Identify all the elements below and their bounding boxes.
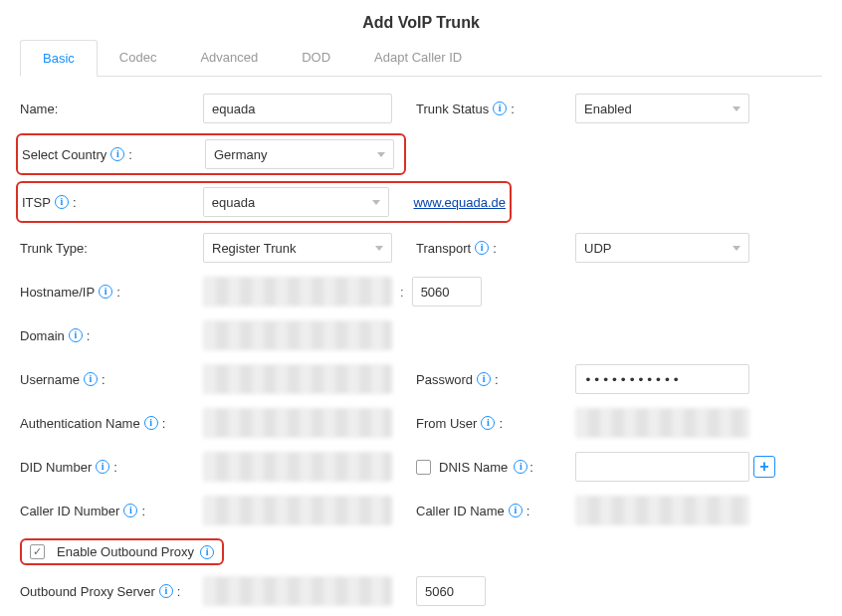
name-label: Name: [20, 102, 58, 116]
port-separator: : [400, 285, 404, 300]
tab-advanced[interactable]: Advanced [178, 40, 280, 76]
trunk-type-select[interactable]: Register Trunk [203, 233, 392, 263]
from-user-label: From User [416, 416, 477, 431]
password-label: Password [416, 372, 473, 387]
caller-id-num-label: Caller ID Number [20, 504, 119, 518]
info-icon[interactable] [159, 584, 173, 598]
info-icon[interactable] [123, 504, 137, 517]
tab-dod[interactable]: DOD [280, 40, 352, 76]
dnis-checkbox[interactable] [416, 460, 431, 475]
transport-label: Transport [416, 241, 471, 256]
info-icon[interactable] [84, 372, 98, 386]
trunk-type-value: Register Trunk [212, 241, 297, 256]
username-input[interactable] [203, 364, 392, 394]
did-input[interactable] [203, 452, 392, 482]
chevron-down-icon [377, 152, 385, 157]
itsp-value: equada [212, 195, 255, 210]
hostname-label: Hostname/IP [20, 285, 95, 300]
chevron-down-icon [372, 200, 380, 205]
enable-outbound-proxy-label: Enable Outbound Proxy [57, 544, 194, 559]
page-title: Add VoIP Trunk [20, 14, 822, 32]
caller-id-name-label: Caller ID Name [416, 504, 505, 518]
info-icon[interactable] [99, 285, 112, 299]
enable-outbound-proxy-checkbox[interactable] [30, 544, 45, 559]
domain-input[interactable] [203, 320, 392, 350]
chevron-down-icon [733, 246, 740, 251]
info-icon[interactable] [514, 460, 527, 474]
select-country-label: Select Country [22, 147, 106, 162]
domain-label: Domain [20, 328, 65, 343]
trunk-status-value: Enabled [584, 102, 632, 116]
dnis-label: DNIS Name [439, 460, 508, 475]
chevron-down-icon [375, 246, 383, 251]
info-icon[interactable] [509, 504, 523, 517]
highlight-select-country: Select Country : Germany [16, 133, 406, 175]
info-icon[interactable] [493, 102, 507, 115]
info-icon[interactable] [96, 460, 109, 474]
info-icon[interactable] [475, 241, 489, 255]
from-user-input[interactable] [575, 408, 749, 438]
trunk-status-label: Trunk Status [416, 102, 489, 116]
itsp-link[interactable]: www.equada.de [413, 195, 506, 210]
auth-name-input[interactable] [203, 408, 392, 438]
info-icon[interactable] [110, 147, 124, 161]
add-button[interactable] [753, 456, 775, 478]
info-icon[interactable] [55, 195, 69, 209]
caller-id-num-input[interactable] [203, 496, 392, 525]
outbound-proxy-input[interactable] [203, 576, 392, 606]
username-label: Username [20, 372, 80, 387]
transport-select[interactable]: UDP [575, 233, 749, 263]
caller-id-name-input[interactable] [575, 496, 749, 525]
dnis-input[interactable] [575, 452, 749, 482]
outbound-proxy-label: Outbound Proxy Server [20, 584, 155, 599]
info-icon[interactable] [481, 416, 495, 430]
info-icon[interactable] [200, 545, 214, 559]
port-input[interactable] [412, 277, 482, 307]
itsp-select[interactable]: equada [203, 187, 390, 217]
tab-codec[interactable]: Codec [98, 40, 179, 76]
trunk-type-label: Trunk Type: [20, 241, 88, 256]
transport-value: UDP [584, 241, 611, 256]
itsp-label: ITSP [22, 195, 51, 210]
auth-name-label: Authentication Name [20, 416, 140, 431]
info-icon[interactable] [144, 416, 158, 430]
name-input[interactable] [203, 94, 392, 123]
trunk-status-select[interactable]: Enabled [575, 94, 749, 123]
outbound-proxy-port-input[interactable] [416, 576, 486, 606]
info-icon[interactable] [477, 372, 491, 386]
select-country-select[interactable]: Germany [205, 139, 394, 169]
tab-basic[interactable]: Basic [20, 40, 98, 77]
chevron-down-icon [733, 106, 740, 111]
info-icon[interactable] [69, 328, 83, 342]
highlight-itsp: ITSP : equada www.equada.de [16, 181, 512, 223]
did-label: DID Number [20, 460, 92, 475]
highlight-outbound-proxy: Enable Outbound Proxy [20, 538, 224, 565]
select-country-value: Germany [214, 147, 267, 162]
tab-adapt-caller-id[interactable]: Adapt Caller ID [352, 40, 484, 76]
password-input[interactable] [575, 364, 749, 394]
tab-bar: Basic Codec Advanced DOD Adapt Caller ID [20, 40, 822, 77]
hostname-input[interactable] [203, 277, 392, 307]
